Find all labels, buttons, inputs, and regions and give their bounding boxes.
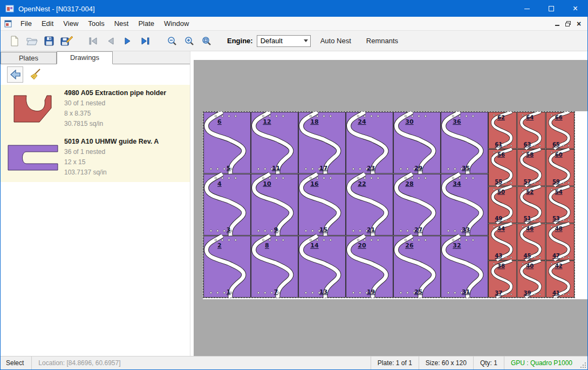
mdi-minimize-button[interactable] — [552, 19, 563, 29]
menu-view[interactable]: View — [58, 17, 83, 30]
svg-text:33: 33 — [462, 226, 470, 233]
menu-nest[interactable]: Nest — [110, 17, 134, 30]
part-nested: 36 of 1 nested — [64, 147, 187, 157]
save-icon — [43, 35, 55, 47]
svg-text:64: 64 — [526, 115, 534, 120]
minimize-button[interactable] — [515, 1, 539, 17]
part-title: 5019 A10 UHMW guide Rev. A — [64, 138, 187, 145]
resize-grip[interactable] — [579, 356, 587, 369]
engine-value: Default — [261, 37, 283, 45]
svg-text:26: 26 — [405, 242, 414, 249]
svg-text:65: 65 — [552, 142, 560, 147]
svg-text:24: 24 — [358, 118, 366, 125]
chevron-down-icon[interactable] — [302, 36, 310, 46]
clear-button[interactable] — [28, 66, 44, 83]
main-area: 6512111817242330293635431091615222128273… — [190, 51, 587, 356]
minimize-icon — [524, 9, 530, 9]
svg-text:5: 5 — [227, 165, 231, 172]
svg-text:9: 9 — [274, 226, 278, 233]
svg-text:11: 11 — [272, 165, 280, 172]
svg-text:41: 41 — [552, 290, 560, 296]
svg-text:39: 39 — [524, 290, 531, 296]
svg-text:21: 21 — [367, 226, 375, 233]
resize-grip-icon — [580, 362, 586, 368]
svg-text:17: 17 — [319, 165, 327, 172]
menu-plate[interactable]: Plate — [133, 17, 159, 30]
red-part-shape — [12, 94, 53, 124]
previous-plate-button[interactable] — [102, 33, 119, 49]
svg-text:45: 45 — [524, 253, 531, 259]
size-indicator: Size: 60 x 120 — [419, 356, 473, 369]
menu-tools[interactable]: Tools — [83, 17, 109, 30]
svg-text:61: 61 — [495, 142, 502, 147]
tab-drawings[interactable]: Drawings — [57, 51, 113, 64]
svg-text:54: 54 — [555, 189, 563, 195]
svg-text:52: 52 — [526, 189, 534, 195]
menu-edit[interactable]: Edit — [37, 17, 58, 30]
maximize-button[interactable] — [539, 1, 563, 17]
svg-text:42: 42 — [555, 263, 563, 269]
open-button[interactable] — [23, 33, 40, 49]
svg-text:6: 6 — [217, 118, 222, 125]
svg-text:7: 7 — [274, 288, 278, 295]
new-button[interactable] — [6, 33, 23, 49]
app-window: OpenNest - [N0317-004] × File Edit View … — [0, 0, 588, 370]
part-title: 4980 A05 Extraction pipe holder — [64, 89, 187, 97]
nest-canvas[interactable]: 6512111817242330293635431091615222128273… — [194, 60, 587, 356]
auto-nest-button[interactable]: Auto Nest — [315, 33, 357, 48]
next-icon — [122, 36, 133, 46]
drawing-list: 4980 A05 Extraction pipe holder 30 of 1 … — [1, 85, 190, 356]
mdi-restore-icon — [565, 21, 571, 27]
zoom-out-button[interactable] — [163, 33, 181, 49]
engine-label: Engine: — [227, 37, 253, 45]
part-thumbnail — [5, 94, 61, 124]
close-button[interactable]: × — [563, 1, 587, 17]
mode-indicator: Select — [1, 359, 31, 367]
svg-text:12: 12 — [263, 118, 271, 125]
svg-text:3: 3 — [227, 226, 231, 233]
svg-text:27: 27 — [414, 226, 422, 233]
mdi-restore-button[interactable] — [563, 19, 573, 29]
svg-text:22: 22 — [358, 180, 366, 187]
svg-text:18: 18 — [310, 118, 318, 125]
part-nested: 30 of 1 nested — [64, 98, 187, 109]
zoom-in-button[interactable] — [181, 33, 198, 49]
engine-select[interactable]: Default — [257, 35, 311, 47]
list-item[interactable]: 4980 A05 Extraction pipe holder 30 of 1 … — [1, 85, 190, 133]
save-as-icon — [60, 35, 73, 47]
svg-text:15: 15 — [319, 226, 327, 233]
svg-text:44: 44 — [497, 226, 505, 232]
next-plate-button[interactable] — [119, 33, 136, 49]
svg-text:40: 40 — [526, 263, 534, 269]
purple-part-shape — [7, 143, 59, 172]
zoom-fit-button[interactable] — [198, 33, 215, 49]
menu-window[interactable]: Window — [159, 17, 194, 30]
send-to-nest-button[interactable] — [7, 66, 23, 83]
last-plate-button[interactable] — [136, 33, 154, 49]
save-as-button[interactable] — [58, 33, 75, 49]
first-plate-button[interactable] — [85, 33, 102, 49]
list-item[interactable]: 5019 A10 UHMW guide Rev. A 36 of 1 neste… — [1, 133, 190, 182]
menu-file[interactable]: File — [16, 17, 37, 30]
svg-text:47: 47 — [552, 253, 560, 259]
svg-text:43: 43 — [495, 253, 502, 259]
svg-text:59: 59 — [552, 179, 560, 185]
svg-text:55: 55 — [495, 179, 502, 185]
mdi-window-controls: × — [552, 19, 584, 29]
save-button[interactable] — [40, 33, 58, 49]
part-area: 103.7137 sq/in — [64, 167, 187, 178]
svg-text:8: 8 — [265, 242, 269, 249]
svg-text:30: 30 — [405, 118, 414, 125]
svg-text:31: 31 — [462, 288, 470, 295]
mdi-close-button[interactable]: × — [573, 19, 584, 29]
tab-plates[interactable]: Plates — [1, 52, 57, 64]
mdi-minimize-icon — [555, 25, 559, 26]
window-title: OpenNest - [N0317-004] — [18, 5, 95, 13]
svg-text:38: 38 — [497, 263, 505, 269]
svg-text:25: 25 — [414, 288, 422, 295]
plate-indicator: Plate: 1 of 1 — [371, 356, 419, 369]
remnants-button[interactable]: Remnants — [361, 33, 404, 48]
nest-plate[interactable]: 6512111817242330293635431091615222128273… — [203, 112, 575, 298]
main-toolbar: Engine: Default Auto Nest Remnants — [1, 31, 587, 51]
svg-text:50: 50 — [497, 189, 505, 195]
